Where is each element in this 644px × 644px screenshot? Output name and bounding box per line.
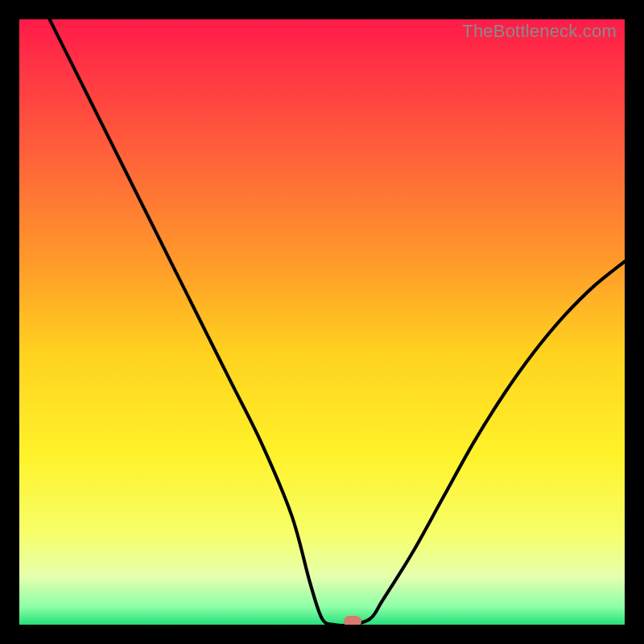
plot-area: TheBottleneck.com [19,19,625,625]
chart-frame: TheBottleneck.com [0,0,644,644]
optimum-marker [344,616,361,625]
bottleneck-curve [19,19,625,625]
